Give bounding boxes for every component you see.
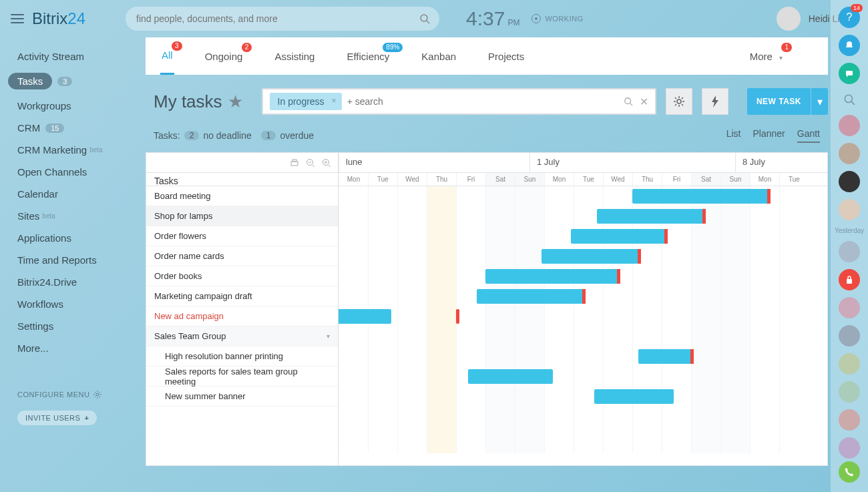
working-status[interactable]: WORKING — [531, 14, 583, 23]
sidebar-item[interactable]: Applications — [0, 227, 146, 249]
tab[interactable]: Assisting — [273, 39, 316, 74]
month-cell: 8 July — [735, 153, 827, 172]
contact-avatar[interactable] — [839, 297, 860, 318]
contact-avatar[interactable] — [839, 171, 860, 192]
overdue-marker — [582, 289, 586, 304]
svg-line-17 — [851, 101, 855, 105]
settings-button[interactable] — [666, 88, 692, 115]
contact-avatar[interactable] — [839, 381, 860, 403]
global-search-input[interactable] — [136, 13, 413, 24]
contact-avatar[interactable] — [839, 409, 860, 431]
sidebar-item[interactable]: More... — [0, 337, 146, 359]
notifications-button[interactable] — [839, 35, 860, 56]
invite-users-button[interactable]: INVITE USERS + — [17, 411, 97, 425]
contact-avatar[interactable] — [839, 143, 860, 164]
sidebar-item[interactable]: Bitrix24.Drive — [0, 271, 146, 293]
view-list[interactable]: List — [726, 128, 741, 143]
gantt-task-row[interactable]: Order books — [146, 266, 338, 286]
sidebar-item[interactable]: Workflows — [0, 293, 146, 315]
gantt-task-row[interactable]: Sales reports for sales team group meeti… — [146, 366, 338, 387]
sidebar-item[interactable]: Open Channels — [0, 161, 146, 183]
clock: 4:37 PM — [466, 7, 519, 30]
search-icon[interactable] — [419, 13, 430, 24]
tab[interactable]: All3 — [160, 37, 174, 75]
lock-button[interactable] — [839, 269, 860, 290]
gantt-bar[interactable] — [468, 369, 554, 384]
star-icon[interactable]: ★ — [228, 91, 243, 112]
filter-box[interactable]: In progress × ✕ — [262, 88, 656, 115]
gantt-bar[interactable] — [571, 229, 668, 244]
gantt-bar[interactable] — [485, 269, 620, 284]
gantt-bar[interactable] — [339, 309, 391, 324]
gantt-bar[interactable] — [594, 389, 674, 404]
gantt-bar[interactable] — [541, 249, 642, 264]
print-icon[interactable] — [290, 158, 299, 168]
gantt-task-row[interactable]: Order name cards — [146, 246, 338, 266]
sidebar-item[interactable]: Settings — [0, 315, 146, 337]
configure-menu[interactable]: CONFIGURE MENU — [17, 391, 101, 399]
help-button[interactable]: ?14 — [839, 7, 860, 28]
bar-row — [339, 346, 827, 366]
logo[interactable]: Bitrix24 — [32, 9, 85, 28]
search-icon[interactable] — [624, 97, 633, 106]
sidebar-item[interactable]: CRM Marketingbeta — [0, 139, 146, 161]
new-task-dropdown[interactable]: ▾ — [811, 88, 828, 115]
gantt-task-row[interactable]: Shop for lamps — [146, 206, 338, 226]
sidebar-item[interactable]: Calendar — [0, 183, 146, 205]
view-gantt[interactable]: Gantt — [797, 128, 820, 143]
badge: 2 — [242, 43, 252, 52]
automation-button[interactable] — [702, 88, 728, 115]
bar-row — [339, 226, 827, 246]
zoom-out-icon[interactable] — [306, 158, 315, 168]
gantt-bar[interactable] — [638, 349, 694, 364]
contact-avatar[interactable] — [839, 115, 860, 136]
close-icon[interactable]: × — [332, 96, 337, 105]
day-cell: Thu — [427, 173, 456, 186]
tab-more[interactable]: More ▾ 1 — [748, 39, 784, 74]
day-cell: Wed — [603, 173, 632, 186]
contact-avatar[interactable] — [839, 325, 860, 346]
overdue-label[interactable]: overdue — [280, 130, 314, 141]
global-search[interactable] — [126, 7, 439, 31]
sidebar-item[interactable]: CRM15 — [0, 117, 146, 139]
phone-button[interactable] — [839, 461, 860, 483]
sidebar-item[interactable]: Sitesbeta — [0, 205, 146, 227]
contact-avatar[interactable] — [839, 353, 860, 375]
zoom-in-icon[interactable] — [322, 158, 331, 168]
sidebar-item[interactable]: Tasks3 — [0, 67, 146, 95]
hamburger-icon[interactable] — [11, 14, 24, 23]
view-planner[interactable]: Planner — [752, 128, 785, 143]
tab[interactable]: Ongoing2 — [204, 39, 244, 74]
contact-avatar[interactable] — [839, 241, 860, 262]
new-task-button[interactable]: NEW TASK — [747, 88, 811, 115]
gantt-timeline[interactable]: lune1 July8 July MonTueWedThuFriSatSunMo… — [339, 153, 827, 465]
gantt-bar[interactable] — [477, 289, 586, 304]
filter-input[interactable] — [347, 96, 624, 107]
clear-icon[interactable]: ✕ — [640, 95, 648, 108]
gantt-bar[interactable] — [597, 209, 706, 224]
no-deadline-count[interactable]: 2 — [184, 131, 200, 140]
tab[interactable]: Kanban — [420, 39, 457, 74]
sidebar-label: CRM — [17, 122, 40, 134]
sidebar-item[interactable]: Activity Stream — [0, 45, 146, 67]
gantt-task-row[interactable]: High resolution banner printing — [146, 346, 338, 366]
contact-avatar[interactable] — [839, 437, 860, 459]
overdue-count[interactable]: 1 — [261, 131, 276, 140]
filter-pill[interactable]: In progress × — [270, 93, 342, 110]
gantt-task-row[interactable]: New ad campaign — [146, 306, 338, 326]
badge: 15 — [45, 124, 64, 133]
gantt-task-row[interactable]: New summer banner — [146, 387, 338, 407]
chat-button[interactable] — [839, 63, 860, 84]
no-deadline-label[interactable]: no deadline — [203, 130, 251, 141]
gantt-bar[interactable] — [632, 189, 771, 204]
tab[interactable]: Projects — [487, 39, 525, 74]
gantt-task-row[interactable]: Sales Team Group — [146, 326, 338, 346]
sidebar-item[interactable]: Time and Reports — [0, 249, 146, 271]
gantt-task-row[interactable]: Marketing campaign draft — [146, 286, 338, 306]
contact-avatar[interactable] — [839, 199, 860, 220]
rail-search-icon[interactable] — [843, 93, 855, 105]
sidebar-item[interactable]: Workgroups — [0, 95, 146, 117]
gantt-task-row[interactable]: Order flowers — [146, 226, 338, 246]
tab[interactable]: Efficiency89% — [345, 39, 391, 74]
gantt-task-row[interactable]: Board meeting — [146, 186, 338, 206]
